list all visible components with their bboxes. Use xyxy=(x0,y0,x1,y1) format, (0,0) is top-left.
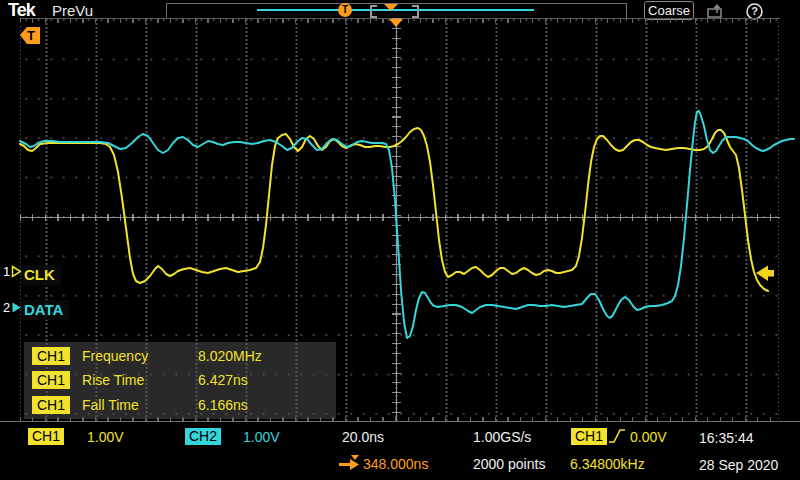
save-export-icon[interactable] xyxy=(706,3,728,19)
horizontal-position-readout: 348.000ns xyxy=(363,455,428,473)
sample-rate-readout: 1.00GS/s xyxy=(473,428,531,446)
ch1-ground-marker[interactable]: 1 xyxy=(3,264,22,279)
measurement-value: 8.020MHz xyxy=(198,348,262,364)
date-readout: 28 Sep 2020 xyxy=(699,456,778,474)
svg-text:?: ? xyxy=(751,5,758,17)
ch2-ground-marker[interactable]: 2 xyxy=(3,300,22,315)
ch2-signal-label: DATA xyxy=(21,300,69,320)
oscilloscope-screen: Tek PreVu T Coarse ? T 1 xyxy=(0,0,800,480)
ch1-volts-per-div: 1.00V xyxy=(87,428,124,446)
trigger-frequency-readout: 6.34800kHz xyxy=(570,455,645,473)
measurement-row: CH1 Frequency 8.020MHz xyxy=(24,346,336,366)
timebase-readout: 20.0ns xyxy=(342,428,384,446)
measurement-value: 6.166ns xyxy=(198,397,248,413)
trigger-source-badge[interactable]: CH1 xyxy=(571,428,607,445)
ch1-number: 1 xyxy=(3,264,10,279)
measurement-value: 6.427ns xyxy=(198,372,248,388)
measurement-row: CH1 Rise Time 6.427ns xyxy=(24,370,336,390)
ch2-scale-badge[interactable]: CH2 xyxy=(185,428,221,445)
record-position-triangle-icon xyxy=(384,4,398,11)
record-view-bar[interactable]: T xyxy=(166,3,627,19)
measurement-source-badge: CH1 xyxy=(32,396,70,414)
ch2-volts-per-div: 1.00V xyxy=(243,428,280,446)
horizontal-position-icon xyxy=(338,454,361,471)
measurement-name: Rise Time xyxy=(82,372,198,388)
zoom-window-bracket-right[interactable] xyxy=(412,5,419,18)
measurement-name: Fall Time xyxy=(82,397,198,413)
measurement-source-badge: CH1 xyxy=(32,347,70,365)
measurement-row: CH1 Fall Time 6.166ns xyxy=(24,395,336,415)
ch1-signal-label: CLK xyxy=(21,265,61,285)
ch2-number: 2 xyxy=(3,300,10,315)
measurement-name: Frequency xyxy=(82,348,198,364)
record-length-readout: 2000 points xyxy=(473,455,545,473)
status-bar-divider xyxy=(0,421,800,422)
record-trigger-marker[interactable]: T xyxy=(338,3,352,17)
clock-time: 16:35:44 xyxy=(699,429,754,447)
ch1-scale-badge[interactable]: CH1 xyxy=(28,428,64,445)
measurement-panel: CH1 Frequency 8.020MHz CH1 Rise Time 6.4… xyxy=(24,342,336,419)
measurement-source-badge: CH1 xyxy=(32,371,70,389)
trigger-level-readout: 0.00V xyxy=(630,428,667,446)
acquisition-mode-label: PreVu xyxy=(52,2,93,19)
zoom-window-bracket-left[interactable] xyxy=(370,5,377,18)
graticule-center-vertical-ticks xyxy=(392,18,401,421)
trigger-slope-rising-icon xyxy=(608,428,627,444)
